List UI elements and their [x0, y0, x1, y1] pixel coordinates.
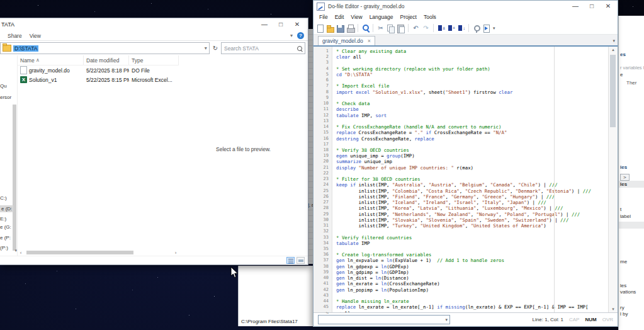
sidebar-scrollbar[interactable]: [13, 105, 16, 251]
code-line: import excel "Solution_v1.xlsx", sheet("…: [336, 89, 608, 95]
menu-tools[interactable]: Tools: [424, 14, 436, 20]
toolbar-separator: [433, 24, 434, 32]
sidebar-item-fragment[interactable]: e (G:: [0, 224, 11, 230]
toggle-bookmark-icon[interactable]: [437, 24, 445, 33]
column-header-date-modified[interactable]: Date modified: [84, 55, 129, 65]
line-number: 22: [314, 171, 329, 176]
tab-label: gravity_model.do: [322, 38, 363, 44]
tab-overflow-icon[interactable]: ▾: [613, 38, 615, 43]
scrollbar-thumb[interactable]: [26, 251, 133, 254]
thumbnails-view-icon[interactable]: [297, 257, 305, 264]
column-header-type[interactable]: Type: [129, 55, 179, 65]
ribbon-tab-share[interactable]: Share: [8, 33, 22, 39]
toolbar-separator: [358, 24, 358, 32]
code-pane[interactable]: * Clear any existing dataclear all * Set…: [332, 47, 608, 312]
address-dropdown-icon[interactable]: ▾: [205, 45, 207, 51]
menu-project[interactable]: Project: [400, 14, 416, 20]
address-bar[interactable]: D:\STATA ▾: [0, 42, 210, 54]
scroll-right-icon[interactable]: ›: [172, 250, 179, 256]
editor-code-area[interactable]: 1234567891011121314151617181920212223242…: [314, 47, 618, 312]
line-number: 21: [314, 165, 329, 171]
details-view-icon[interactable]: [286, 257, 295, 264]
column-header-name[interactable]: Name ∧: [18, 55, 84, 65]
tab-close-icon[interactable]: ×: [368, 38, 371, 44]
combobox-dropdown-icon[interactable]: ▾: [445, 317, 448, 322]
print-icon[interactable]: [346, 24, 354, 33]
code-line: gen ln_dist = ln(Distance): [336, 275, 608, 281]
scrollbar-thumb[interactable]: [610, 55, 616, 127]
line-number: 25: [314, 188, 329, 194]
run-quietly-icon[interactable]: [472, 24, 480, 33]
explorer-minimize-button[interactable]: —: [256, 19, 273, 30]
code-line: gen ln_popimp = ln(PopulationImp): [336, 287, 608, 293]
next-bookmark-icon[interactable]: [447, 24, 455, 33]
stata-panel-fragment: vations: [620, 289, 636, 295]
copy-icon[interactable]: [387, 24, 395, 33]
scroll-up-icon[interactable]: ▴: [609, 47, 618, 52]
line-number: 5: [314, 72, 329, 77]
line-number: 37: [314, 258, 329, 263]
sidebar-item-fragment[interactable]: E:): [0, 216, 6, 222]
line-number: 27: [314, 200, 329, 205]
code-line: [336, 95, 608, 101]
code-line: tabulate IMP: [336, 241, 608, 246]
file-row-solution-v1[interactable]: XSolution_v15/22/2025 8:15 PMMicrosoft E…: [18, 75, 179, 84]
menu-edit[interactable]: Edit: [335, 14, 344, 20]
explorer-close-button[interactable]: ✕: [289, 19, 305, 30]
stata-status-path: C:\Program Files\Stata17: [239, 319, 298, 326]
editor-close-button[interactable]: ✕: [600, 1, 616, 12]
editor-maximize-button[interactable]: □: [584, 1, 600, 12]
sidebar-item-fragment[interactable]: ersor: [0, 94, 11, 100]
code-line: [336, 171, 608, 176]
caps-lock-indicator: CAP: [569, 317, 579, 322]
search-box[interactable]: Search STATA: [221, 42, 305, 54]
explorer-navigation-pane[interactable]: ▾ QuersorC:)e (D:E:)e (G:e (P:(P:): [0, 55, 17, 256]
sidebar-item-fragment[interactable]: e (D:: [0, 205, 13, 212]
execute-do-icon[interactable]: [482, 24, 490, 33]
menu-view[interactable]: View: [351, 14, 362, 20]
sidebar-item-fragment[interactable]: e (P:: [0, 235, 11, 241]
address-path-selected[interactable]: D:\STATA: [13, 45, 38, 52]
navigation-combobox[interactable]: ▾: [318, 315, 450, 324]
sidebar-item-fragment[interactable]: C:): [0, 195, 7, 201]
stata-main-window-right-strip: esr variables heTheries>lestlabelmelesva…: [618, 16, 644, 330]
do-file-icon: [20, 66, 27, 74]
code-line: replace ln_exrate = ln_exrate[_n-1] if m…: [336, 304, 608, 310]
code-line: inlist(IMP, "Netherlands", "New Zealand"…: [336, 212, 608, 217]
tab-gravity-model-do[interactable]: gravity_model.do ×: [318, 36, 375, 45]
scroll-down-icon[interactable]: ▾: [609, 307, 618, 312]
ribbon-tab-view[interactable]: View: [30, 33, 41, 39]
scroll-left-icon[interactable]: ‹: [18, 250, 24, 256]
line-number: 43: [314, 293, 329, 299]
redo-icon[interactable]: ↷: [422, 24, 430, 33]
find-icon[interactable]: [361, 24, 370, 33]
previous-bookmark-icon[interactable]: [457, 24, 465, 33]
open-file-icon[interactable]: [326, 24, 334, 33]
undo-icon[interactable]: ↶: [412, 24, 420, 33]
save-icon[interactable]: [336, 24, 344, 33]
refresh-icon[interactable]: ↻: [213, 45, 218, 52]
sidebar-item-fragment[interactable]: Qu: [0, 83, 7, 89]
menu-file[interactable]: File: [319, 14, 328, 20]
code-line: gen ln_gdpexp = ln(GDPExp): [336, 264, 608, 270]
help-icon[interactable]: ?: [297, 32, 304, 39]
editor-minimize-button[interactable]: —: [567, 1, 584, 12]
file-rows: gravity_model.do5/22/2025 8:18 PMDO File…: [18, 65, 179, 84]
file-list-horizontal-scrollbar[interactable]: ‹ ›: [18, 249, 179, 256]
sidebar-item-fragment[interactable]: (P:): [0, 245, 8, 251]
line-number: 38: [314, 264, 329, 270]
file-row-gravity-model-do[interactable]: gravity_model.do5/22/2025 8:18 PMDO File: [18, 65, 179, 75]
code-line: egen unique_imp = group(IMP): [336, 153, 608, 159]
explorer-maximize-button[interactable]: □: [273, 19, 289, 30]
ribbon-collapse-icon[interactable]: ▾: [290, 33, 293, 38]
cut-icon[interactable]: ✂: [376, 24, 385, 33]
execute-dropdown-icon[interactable]: ▾: [493, 26, 495, 31]
paste-icon[interactable]: [397, 24, 405, 33]
line-number: 8: [314, 89, 329, 95]
new-file-icon[interactable]: [316, 24, 324, 33]
editor-vertical-scrollbar[interactable]: ▴ ▾: [608, 47, 618, 312]
explorer-file-list[interactable]: Name ∧ Date modified Type gravity_model.…: [17, 55, 179, 256]
file-explorer-window: TATA — □ ✕ Share View ▾ ? D:\STATA ▾ ↻ S: [0, 18, 308, 265]
menu-language[interactable]: Language: [370, 14, 393, 20]
line-number: 20: [314, 159, 329, 164]
